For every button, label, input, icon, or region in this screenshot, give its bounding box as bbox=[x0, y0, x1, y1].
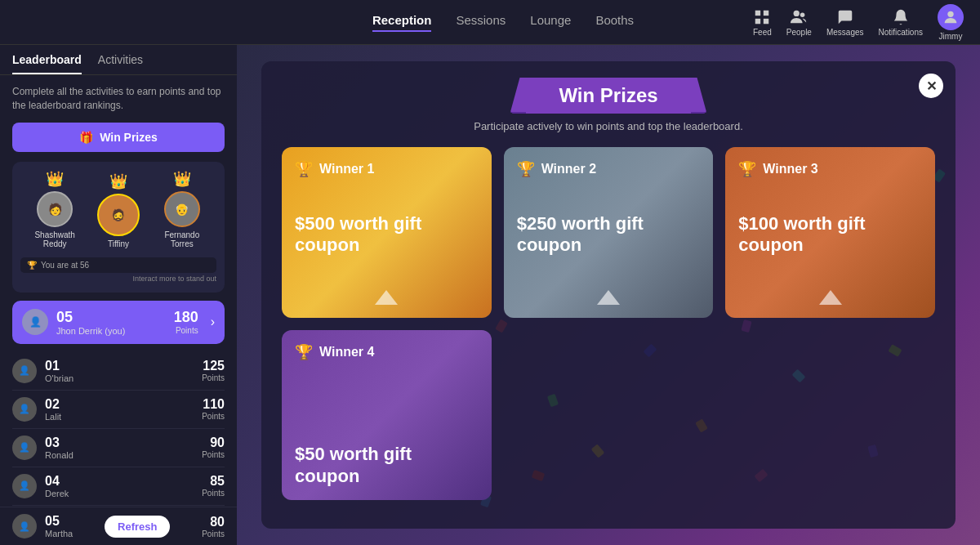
people-label: People bbox=[786, 28, 812, 37]
prize-card-winner3: 🏆 Winner 3 $100 worth gift coupon bbox=[725, 147, 935, 318]
top-user-rank2: 👑 🧑 Shashwath Reddy bbox=[29, 170, 82, 248]
svg-rect-0 bbox=[755, 10, 760, 15]
lb-item-last: 👤 05 Martha bbox=[12, 514, 73, 538]
list-item: 👤 02 Lalit 110 Points bbox=[12, 391, 225, 429]
current-user-info: 05 Jhon Derrik (you) bbox=[56, 309, 166, 336]
lb-name-2: Lalit bbox=[45, 412, 194, 422]
you-at-label: You are at 56 bbox=[41, 261, 89, 270]
lb-avatar-2: 👤 bbox=[12, 397, 37, 422]
gift-icon: 🎁 bbox=[79, 131, 93, 144]
chevron-right-icon: › bbox=[211, 315, 215, 329]
svg-point-6 bbox=[947, 11, 953, 16]
win-prizes-button[interactable]: 🎁 Win Prizes bbox=[12, 123, 225, 152]
refresh-area: 👤 05 Martha Refresh 80 Points bbox=[0, 507, 237, 545]
list-item: 👤 03 Ronald 90 Points bbox=[12, 429, 225, 467]
current-user-points: 180 Points bbox=[174, 309, 198, 335]
current-user-points-label: Points bbox=[174, 326, 198, 335]
lb-avatar-1: 👤 bbox=[12, 359, 37, 383]
top-nav-center: Reception Sessions Lounge Booths bbox=[372, 13, 634, 32]
crown-gold-icon: 👑 bbox=[109, 172, 127, 190]
lb-rank-1: 01 bbox=[45, 359, 194, 373]
panel-subtitle: Participate actively to win points and t… bbox=[282, 120, 935, 132]
lb-rank-5: 05 bbox=[45, 514, 73, 529]
trophy-icon-3: 🏆 bbox=[738, 160, 756, 178]
lb-info-4: 04 Derek bbox=[45, 474, 194, 498]
lb-rank-4: 04 bbox=[45, 474, 194, 489]
winner3-label: 🏆 Winner 3 bbox=[738, 160, 922, 178]
interact-more-label: Interact more to stand out bbox=[20, 273, 216, 284]
current-user-name: Jhon Derrik (you) bbox=[56, 326, 166, 336]
lb-points-5: 80 Points bbox=[202, 515, 225, 538]
messages-nav-item[interactable]: Messages bbox=[826, 8, 864, 37]
tab-reception[interactable]: Reception bbox=[372, 13, 432, 32]
svg-rect-1 bbox=[764, 10, 768, 15]
messages-label: Messages bbox=[826, 28, 864, 37]
lb-points-2: 110 Points bbox=[202, 397, 225, 421]
user-name-rank2: Shashwath Reddy bbox=[29, 230, 82, 248]
lb-name-1: O'brian bbox=[45, 373, 194, 383]
svg-point-5 bbox=[800, 12, 805, 17]
prize-card-winner1: 🏆 Winner 1 $500 worth gift coupon bbox=[282, 147, 492, 318]
winner1-label: 🏆 Winner 1 bbox=[295, 160, 479, 178]
lb-avatar-4: 👤 bbox=[12, 474, 37, 498]
notifications-label: Notifications bbox=[879, 28, 923, 37]
tab-lounge[interactable]: Lounge bbox=[530, 13, 571, 32]
prize-grid: 🏆 Winner 1 $500 worth gift coupon 🏆 Winn… bbox=[282, 147, 935, 500]
lb-name-5: Martha bbox=[45, 529, 73, 538]
main-layout: Leaderboard Activities Complete all the … bbox=[0, 45, 980, 545]
sidebar-tabs: Leaderboard Activities bbox=[0, 45, 237, 75]
top-user-rank1: 👑 🧔 Tiffiny bbox=[97, 172, 140, 248]
trophy-icon-1: 🏆 bbox=[295, 160, 313, 178]
feed-nav-item[interactable]: Feed bbox=[753, 8, 772, 37]
prize-arrow-3 bbox=[738, 284, 922, 305]
avatar bbox=[938, 4, 964, 30]
trophy-icon-2: 🏆 bbox=[517, 160, 535, 178]
sidebar: Leaderboard Activities Complete all the … bbox=[0, 45, 237, 545]
sidebar-tab-leaderboard[interactable]: Leaderboard bbox=[12, 53, 82, 74]
user-name-rank3: Fernando Torres bbox=[155, 230, 208, 248]
current-user-points-value: 180 bbox=[174, 309, 198, 326]
crown-silver-icon: 👑 bbox=[46, 170, 64, 188]
svg-rect-2 bbox=[755, 18, 760, 23]
lb-points-1: 125 Points bbox=[202, 359, 225, 382]
avatar-rank1: 🧔 bbox=[97, 194, 140, 236]
user-nav-item[interactable]: Jimmy bbox=[938, 4, 964, 41]
prize-card-winner2: 🏆 Winner 2 $250 worth gift coupon bbox=[504, 147, 714, 318]
feed-label: Feed bbox=[753, 28, 772, 37]
current-user-row[interactable]: 👤 05 Jhon Derrik (you) 180 Points › bbox=[12, 301, 225, 344]
list-item: 👤 01 O'brian 125 Points bbox=[12, 352, 225, 391]
empty-space bbox=[504, 330, 935, 501]
crown-bronze-icon: 👑 bbox=[173, 170, 191, 188]
avatar-rank2: 🧑 bbox=[37, 191, 73, 227]
prize-arrow-2 bbox=[517, 284, 701, 305]
top-user-rank3: 👑 👴 Fernando Torres bbox=[155, 170, 208, 248]
lb-points-3: 90 Points bbox=[202, 436, 225, 459]
lb-name-4: Derek bbox=[45, 489, 194, 498]
notifications-nav-item[interactable]: Notifications bbox=[879, 8, 923, 37]
win-prizes-label: Win Prizes bbox=[100, 131, 158, 144]
trophy-small-icon: 🏆 bbox=[27, 261, 37, 270]
winner2-label: 🏆 Winner 2 bbox=[517, 160, 701, 178]
top-nav: Reception Sessions Lounge Booths Feed Pe… bbox=[0, 0, 980, 45]
winner3-rank: Winner 3 bbox=[763, 162, 817, 176]
lb-points-4: 85 Points bbox=[202, 474, 225, 498]
tab-sessions[interactable]: Sessions bbox=[456, 13, 506, 32]
tab-booths[interactable]: Booths bbox=[595, 13, 634, 32]
lb-rank-3: 03 bbox=[45, 436, 194, 450]
winner2-amount: $250 worth gift coupon bbox=[517, 213, 701, 257]
current-user-avatar: 👤 bbox=[22, 309, 48, 335]
winner4-rank: Winner 4 bbox=[319, 345, 374, 360]
lb-info-2: 02 Lalit bbox=[45, 397, 194, 422]
leaderboard-list: 👤 01 O'brian 125 Points 👤 02 Lalit 110 bbox=[0, 352, 237, 507]
sidebar-tab-activities[interactable]: Activities bbox=[98, 53, 143, 74]
winner2-rank: Winner 2 bbox=[541, 162, 596, 176]
lb-info-1: 01 O'brian bbox=[45, 359, 194, 383]
sidebar-description: Complete all the activities to earn poin… bbox=[0, 75, 237, 123]
top-nav-right: Feed People Messages Notifications Jimmy bbox=[753, 4, 964, 41]
people-nav-item[interactable]: People bbox=[786, 8, 812, 37]
refresh-button[interactable]: Refresh bbox=[105, 516, 170, 538]
winner3-amount: $100 worth gift coupon bbox=[738, 213, 922, 257]
panel-title: Win Prizes bbox=[510, 78, 706, 114]
main-content: ✕ Win Prizes Participate actively to win… bbox=[237, 45, 980, 545]
lb-avatar-5: 👤 bbox=[12, 514, 37, 538]
